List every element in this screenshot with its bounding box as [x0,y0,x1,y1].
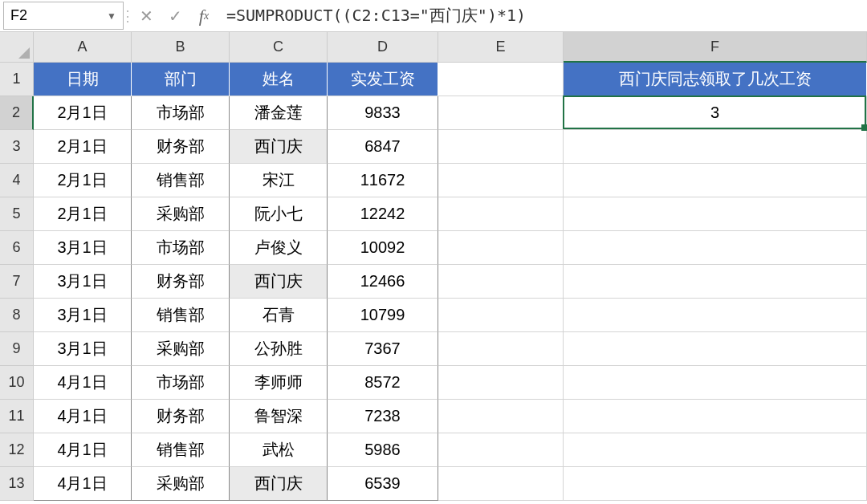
cell-salary-8[interactable]: 10799 [328,299,438,332]
cell-name-11[interactable]: 鲁智深 [230,400,328,433]
cancel-formula-icon[interactable]: ✕ [132,0,161,31]
column-header-B[interactable]: B [132,32,230,63]
cell-dept-5[interactable]: 采购部 [132,197,230,231]
cell-salary-2[interactable]: 9833 [328,96,438,130]
cell-date-6[interactable]: 3月1日 [34,231,132,265]
cell-date-2[interactable]: 2月1日 [34,96,132,130]
row-header-5[interactable]: 5 [0,197,34,231]
cell-F8-bg[interactable] [564,299,867,332]
column-header-D[interactable]: D [328,32,438,63]
cell-salary-3[interactable]: 6847 [328,130,438,164]
row-header-7[interactable]: 7 [0,265,34,299]
cell-name-4[interactable]: 宋江 [230,164,328,197]
column-header-F[interactable]: F [564,32,867,63]
select-all-corner[interactable] [0,32,34,63]
cell-F12-bg[interactable] [564,433,867,467]
row-header-6[interactable]: 6 [0,231,34,265]
cell-E8-bg[interactable] [438,299,564,332]
cell-E12-bg[interactable] [438,433,564,467]
cell-name-5[interactable]: 阮小七 [230,197,328,231]
cell-F11-bg[interactable] [564,400,867,433]
cell-dept-2[interactable]: 市场部 [132,96,230,130]
row-header-3[interactable]: 3 [0,130,34,164]
row-header-12[interactable]: 12 [0,433,34,467]
cell-E10-bg[interactable] [438,366,564,400]
cell-F3-bg[interactable] [564,130,867,164]
cell-salary-12[interactable]: 5986 [328,433,438,467]
header-cell-B[interactable]: 部门 [132,63,230,96]
cell-F6-bg[interactable] [564,231,867,265]
row-header-8[interactable]: 8 [0,299,34,332]
header-cell-D[interactable]: 实发工资 [328,63,438,96]
cell-dept-12[interactable]: 销售部 [132,433,230,467]
cell-dept-6[interactable]: 市场部 [132,231,230,265]
cell-F7-bg[interactable] [564,265,867,299]
cell-E2-bg[interactable] [438,96,564,130]
cell-name-2[interactable]: 潘金莲 [230,96,328,130]
cell-name-10[interactable]: 李师师 [230,366,328,400]
cell-name-3[interactable]: 西门庆 [230,130,328,164]
cell-dept-4[interactable]: 销售部 [132,164,230,197]
cell-dept-7[interactable]: 财务部 [132,265,230,299]
cell-name-6[interactable]: 卢俊义 [230,231,328,265]
cell-salary-11[interactable]: 7238 [328,400,438,433]
header-cell-C[interactable]: 姓名 [230,63,328,96]
header-cell-F[interactable]: 西门庆同志领取了几次工资 [564,63,867,96]
cell-E13-bg[interactable] [438,467,564,501]
cell-name-8[interactable]: 石青 [230,299,328,332]
cell-E6-bg[interactable] [438,231,564,265]
cell-F4-bg[interactable] [564,164,867,197]
accept-formula-icon[interactable]: ✓ [161,0,189,31]
result-cell[interactable]: 3 [564,96,867,130]
cell-date-3[interactable]: 2月1日 [34,130,132,164]
cell-name-9[interactable]: 公孙胜 [230,332,328,366]
cell-E3-bg[interactable] [438,130,564,164]
cells-area[interactable]: 日期部门姓名实发工资西门庆同志领取了几次工资2月1日市场部潘金莲98332月1日… [34,63,867,504]
name-box-dropdown-icon[interactable]: ▼ [107,10,116,22]
cell-date-11[interactable]: 4月1日 [34,400,132,433]
cell-date-13[interactable]: 4月1日 [34,467,132,501]
cell-F13-bg[interactable] [564,467,867,501]
cell-date-5[interactable]: 2月1日 [34,197,132,231]
row-header-4[interactable]: 4 [0,164,34,197]
row-header-11[interactable]: 11 [0,400,34,433]
cell-dept-11[interactable]: 财务部 [132,400,230,433]
row-header-10[interactable]: 10 [0,366,34,400]
cell-F10-bg[interactable] [564,366,867,400]
cell-date-7[interactable]: 3月1日 [34,265,132,299]
row-header-9[interactable]: 9 [0,332,34,366]
cell-salary-10[interactable]: 8572 [328,366,438,400]
column-header-E[interactable]: E [438,32,564,63]
cell-salary-13[interactable]: 6539 [328,467,438,501]
name-box[interactable]: F2 ▼ [3,2,124,30]
cell-E1-bg[interactable] [438,63,564,96]
cell-salary-5[interactable]: 12242 [328,197,438,231]
cell-salary-6[interactable]: 10092 [328,231,438,265]
cell-salary-7[interactable]: 12466 [328,265,438,299]
cell-date-8[interactable]: 3月1日 [34,299,132,332]
cell-F5-bg[interactable] [564,197,867,231]
cell-dept-8[interactable]: 销售部 [132,299,230,332]
cell-E7-bg[interactable] [438,265,564,299]
cell-E9-bg[interactable] [438,332,564,366]
row-header-2[interactable]: 2 [0,96,34,130]
cell-date-12[interactable]: 4月1日 [34,433,132,467]
column-header-C[interactable]: C [230,32,328,63]
column-header-A[interactable]: A [34,32,132,63]
fx-icon[interactable]: fx [189,0,218,31]
cell-dept-3[interactable]: 财务部 [132,130,230,164]
cell-date-4[interactable]: 2月1日 [34,164,132,197]
cell-name-12[interactable]: 武松 [230,433,328,467]
cell-name-7[interactable]: 西门庆 [230,265,328,299]
cell-dept-13[interactable]: 采购部 [132,467,230,501]
cell-E4-bg[interactable] [438,164,564,197]
cell-salary-9[interactable]: 7367 [328,332,438,366]
cell-E5-bg[interactable] [438,197,564,231]
cell-dept-10[interactable]: 市场部 [132,366,230,400]
formula-input[interactable]: =SUMPRODUCT((C2:C13="西门庆")*1) [218,0,867,31]
cell-E11-bg[interactable] [438,400,564,433]
row-header-13[interactable]: 13 [0,467,34,501]
cell-dept-9[interactable]: 采购部 [132,332,230,366]
header-cell-A[interactable]: 日期 [34,63,132,96]
row-header-1[interactable]: 1 [0,63,34,96]
